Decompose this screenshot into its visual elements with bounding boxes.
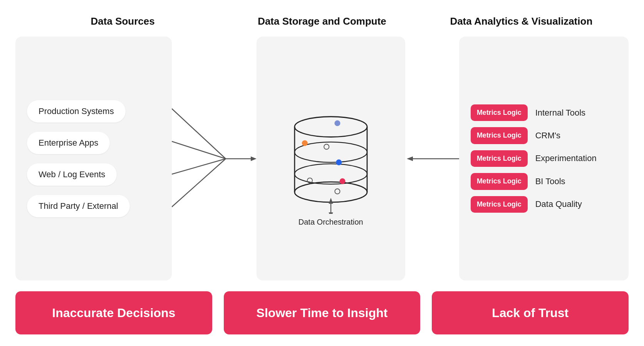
right-connector-svg [405,147,459,170]
bottom-cards: Inaccurate DecisionsSlower Time to Insig… [15,291,629,334]
col1-header: Data Sources [23,15,222,27]
svg-point-9 [295,117,367,137]
metrics-badge-4: Metrics Logic [471,196,528,213]
svg-line-0 [172,109,226,159]
analytics-row-0: Metrics LogicInternal Tools [471,104,617,121]
source-pill-0: Production Systems [27,100,126,123]
bottom-card-2: Lack of Trust [432,291,629,334]
data-storage-column: Data Orchestration [257,37,405,280]
source-pill-2: Web / Log Events [27,163,117,186]
svg-point-18 [335,189,340,194]
svg-marker-5 [251,156,257,161]
svg-point-12 [334,120,340,126]
analytics-label-0: Internal Tools [535,108,585,118]
data-analytics-column: Metrics LogicInternal ToolsMetrics Logic… [459,37,629,280]
left-connector [172,37,257,280]
header-row: Data Sources Data Storage and Compute Da… [15,15,629,27]
cylinder-wrap: Data Orchestration [281,91,381,227]
bottom-card-text-2: Lack of Trust [492,305,569,321]
analytics-row-3: Metrics LogicBI Tools [471,173,617,190]
analytics-row-4: Metrics LogicData Quality [471,196,617,213]
svg-marker-20 [329,198,333,204]
bottom-card-text-0: Inaccurate Decisions [52,305,175,321]
analytics-label-3: BI Tools [535,176,565,186]
svg-point-17 [339,178,345,184]
svg-marker-23 [407,156,413,161]
metrics-badge-2: Metrics Logic [471,150,528,167]
bottom-card-text-1: Slower Time to Insight [257,305,388,321]
right-connector [405,37,459,280]
col3-header: Data Analytics & Visualization [422,15,621,27]
main-diagram: Production SystemsEnterprise AppsWeb / L… [15,37,629,280]
analytics-label-4: Data Quality [535,199,582,209]
svg-point-15 [336,160,342,165]
analytics-label-1: CRM's [535,131,560,141]
analytics-row-1: Metrics LogicCRM's [471,127,617,144]
bottom-card-1: Slower Time to Insight [224,291,421,334]
col2-header: Data Storage and Compute [222,15,421,27]
bottom-card-0: Inaccurate Decisions [15,291,212,334]
source-pill-1: Enterprise Apps [27,132,110,154]
analytics-label-2: Experimentation [535,153,597,163]
svg-point-13 [302,140,307,146]
svg-marker-21 [329,212,333,214]
orchestration-label: Data Orchestration [299,218,363,227]
svg-point-11 [295,164,367,184]
metrics-badge-0: Metrics Logic [471,104,528,121]
database-cylinder [281,91,381,214]
source-pill-3: Third Party / External [27,195,130,217]
analytics-row-2: Metrics LogicExperimentation [471,150,617,167]
svg-line-1 [172,141,226,159]
svg-point-14 [324,144,329,149]
data-sources-column: Production SystemsEnterprise AppsWeb / L… [15,37,172,280]
metrics-badge-1: Metrics Logic [471,127,528,144]
left-connector-svg [172,82,257,236]
metrics-badge-3: Metrics Logic [471,173,528,190]
